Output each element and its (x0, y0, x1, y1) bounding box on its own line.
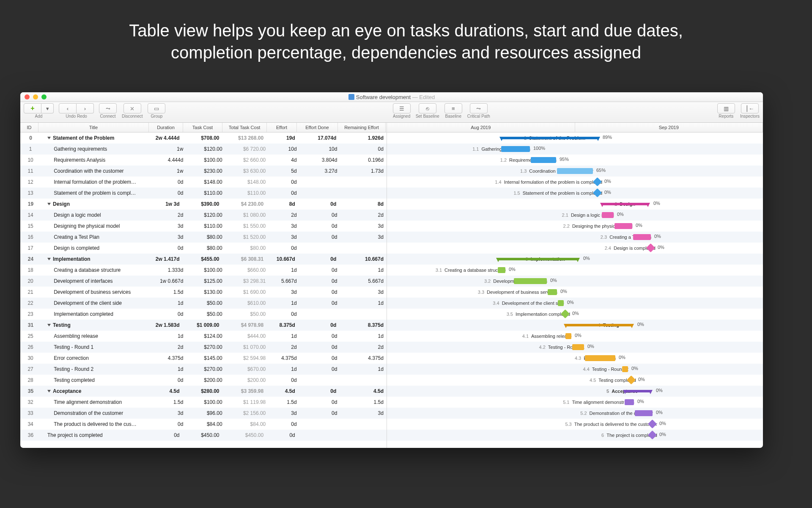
table-row[interactable]: 14Design a logic model2d$120.00$1 080.00… (20, 210, 387, 221)
disclosure-triangle-icon[interactable] (588, 137, 591, 139)
gantt-row[interactable]: 5.3The product is delivered to the custo… (387, 419, 763, 430)
gantt-row[interactable]: 4.1Assembling release (387, 331, 763, 342)
table-row[interactable]: 25Assembling release1d$124.00$444.001d0d… (20, 331, 387, 342)
table-row[interactable]: 35Acceptance4.5d$280.00$3 359.984.5d0d4.… (20, 386, 387, 397)
table-row[interactable]: 21Development of business services1.5d$1… (20, 287, 387, 298)
table-row[interactable]: 36The project is completed0d$450.00$450.… (20, 430, 387, 441)
gantt-row[interactable]: 5.2Demonstration of the customer (387, 408, 763, 419)
table-row[interactable]: 16Creating a Test Plan3d$80.00$1 520.003… (20, 232, 387, 243)
gantt-row[interactable]: 1.1Gathering requirements (387, 144, 763, 155)
column-remaining-effort[interactable]: Remaining Effort (338, 123, 386, 132)
table-row[interactable]: 1Gathering requirements1w$120.00$6 720.0… (20, 144, 387, 155)
table-row[interactable]: 27Testing - Round 21d$270.00$670.001d0d1… (20, 364, 387, 375)
table-row[interactable]: 18Creating a database structure1.333d$10… (20, 265, 387, 276)
table-row[interactable]: 23Implementation completed0d$50.00$50.00… (20, 309, 387, 320)
table-row[interactable]: 24Implementation2w 1.417d$455.00$6 308.3… (20, 254, 387, 265)
disconnect-button[interactable]: ⤫ (123, 103, 141, 113)
gantt-task-label: 1.4Internal formulation of the problem i… (495, 179, 602, 185)
gantt-task-label: 3.3Development of business services (478, 290, 557, 295)
critical-path-button[interactable]: ⤳ (470, 103, 488, 113)
baseline-button[interactable]: ≡ (444, 103, 462, 113)
gantt-row[interactable]: 3.3Development of business services (387, 287, 763, 298)
table-row[interactable]: 33Demonstration of the customer3d$96.00$… (20, 408, 387, 419)
disclosure-triangle-icon[interactable] (47, 258, 51, 260)
table-row[interactable]: 11Coordination with the customer1w$230.0… (20, 166, 387, 177)
gantt-row[interactable]: 3.5Implementation completed (387, 309, 763, 320)
toolbar-label: Add (35, 114, 43, 119)
gantt-task-label: 3.4Development of the client side (493, 301, 564, 306)
group-button[interactable]: ▭ (148, 103, 165, 113)
column-effort[interactable]: Effort (267, 123, 297, 132)
gantt-row[interactable]: 1.5Statement of the problem is completed (387, 188, 763, 199)
gantt-row[interactable]: 4Testing (387, 320, 763, 331)
table-row[interactable]: 28Testing completed0d$200.00$200.000d (20, 375, 387, 386)
connect-button[interactable]: ⤳ (99, 103, 117, 113)
gantt-task-label: 1.1Gathering requirements (472, 146, 530, 152)
month-label: Aug 2019 (387, 123, 575, 132)
document-icon (348, 94, 354, 100)
table-row[interactable]: 26Testing - Round 12d$270.00$1 070.002d0… (20, 342, 387, 353)
gantt-row[interactable]: 3.1Creating a database structure (387, 265, 763, 276)
disclosure-triangle-icon[interactable] (47, 203, 51, 205)
gantt-row[interactable]: 2.4Design is completed (387, 243, 763, 254)
table-row[interactable]: 12Internal formulation of the problem…0d… (20, 177, 387, 188)
gantt-chart[interactable]: Aug 2019 Sep 2019 1Statement of the Prob… (387, 123, 763, 448)
table-row[interactable]: 30Error correction4.375d$145.00$2 594.98… (20, 353, 387, 364)
disclosure-triangle-icon[interactable] (638, 203, 641, 205)
table-row[interactable]: 15Designing the physical model3d$110.00$… (20, 221, 387, 232)
gantt-row[interactable]: 4.4Testing - Round 2 (387, 364, 763, 375)
gantt-row[interactable]: 2.1Design a logic model (387, 210, 763, 221)
gantt-row[interactable]: 1Statement of the Problem (387, 133, 763, 144)
table-row[interactable]: 13Statement of the problem is compl…0d$1… (20, 188, 387, 199)
redo-button[interactable]: › (77, 103, 94, 113)
table-row[interactable]: 10Requirements Analysis4.444d$100.00$2 6… (20, 155, 387, 166)
column-id[interactable]: ID (20, 123, 38, 132)
gantt-row[interactable]: 2Design (387, 199, 763, 210)
set-baseline-button[interactable]: ⎋ (419, 103, 436, 113)
table-row[interactable]: 31Testing2w 1.583d$1 009.00$4 978.988.37… (20, 320, 387, 331)
gantt-row[interactable]: 4.2Testing - Round 1 (387, 342, 763, 353)
table-row[interactable]: 22Development of the client side1d$50.00… (20, 298, 387, 309)
disclosure-triangle-icon[interactable] (47, 137, 51, 139)
gantt-row[interactable]: 6The project is completed (387, 430, 763, 441)
gantt-row[interactable]: 1.3Coordination with the customer (387, 166, 763, 177)
column-effort-done[interactable]: Effort Done (297, 123, 338, 132)
add-dropdown[interactable]: ▾ (41, 103, 54, 113)
gantt-row[interactable]: 3.2Development of interfaces (387, 276, 763, 287)
gantt-row[interactable]: 4.5Testing completed (387, 375, 763, 386)
column-task-cost[interactable]: Task Cost (183, 123, 222, 132)
column-title[interactable]: Title (38, 123, 149, 132)
table-row[interactable]: 17Design is completed0d$80.00$80.000d (20, 243, 387, 254)
add-button[interactable]: + (24, 103, 41, 113)
gantt-row[interactable]: 3Implementation (387, 254, 763, 265)
gantt-row[interactable]: 1.4Internal formulation of the problem i… (387, 177, 763, 188)
gantt-row[interactable]: 2.2Designing the physical model (387, 221, 763, 232)
gantt-row[interactable]: 5.1Time alignment demonstration (387, 397, 763, 408)
toolbar-label: Inspectors (740, 114, 760, 119)
title-bar[interactable]: Software development — Edited (20, 92, 763, 102)
disclosure-triangle-icon[interactable] (47, 390, 51, 392)
toolbar: + ▾ Add ‹ › Undo Redo ⤳Connect ⤫Disconne… (20, 102, 763, 123)
toolbar-label: Set Baseline (416, 114, 439, 119)
column-total-task-cost[interactable]: Total Task Cost (222, 123, 267, 132)
reports-button[interactable]: ▥ (717, 103, 735, 113)
table-row[interactable]: 0Statement of the Problem2w 4.444d$708.0… (20, 133, 387, 144)
gantt-row[interactable]: 5Acceptance (387, 386, 763, 397)
gantt-row[interactable]: 4.3Error correction (387, 353, 763, 364)
disclosure-triangle-icon[interactable] (622, 324, 625, 326)
table-row[interactable]: 32Time alignment demonstration1.5d$100.0… (20, 397, 387, 408)
column-duration[interactable]: Duration (149, 123, 183, 132)
disclosure-triangle-icon[interactable] (640, 390, 644, 392)
disclosure-triangle-icon[interactable] (47, 324, 51, 326)
table-row[interactable]: 20Development of interfaces1w 0.667d$125… (20, 276, 387, 287)
gantt-row[interactable]: 2.3Creating a Test Plan (387, 232, 763, 243)
gantt-row[interactable]: 3.4Development of the client side (387, 298, 763, 309)
gantt-task-label: 1.3Coordination with the customer (520, 168, 593, 174)
table-row[interactable]: 19Design1w 3d$390.00$4 230.008d0d8d (20, 199, 387, 210)
assigned-button[interactable]: ☰ (393, 103, 411, 113)
table-row[interactable]: 34The product is delivered to the cus…0d… (20, 419, 387, 430)
gantt-row[interactable]: 1.2Requirements Analysis (387, 155, 763, 166)
inspectors-button[interactable]: ⎮← (741, 103, 759, 113)
disclosure-triangle-icon[interactable] (568, 258, 571, 260)
undo-button[interactable]: ‹ (59, 103, 77, 113)
